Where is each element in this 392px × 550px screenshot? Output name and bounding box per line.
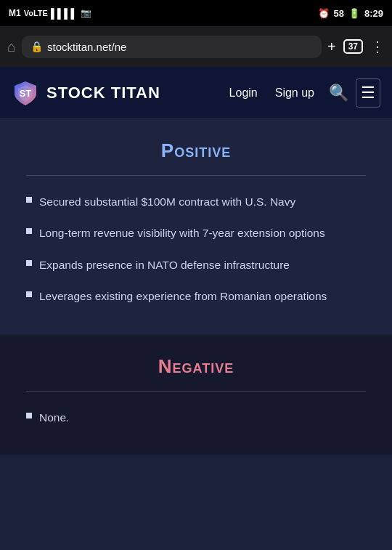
browser-actions: + 37 ⋮ bbox=[327, 38, 385, 55]
bullet-icon bbox=[26, 228, 32, 234]
home-button[interactable]: ⌂ bbox=[7, 39, 16, 55]
bullet-icon bbox=[26, 197, 32, 203]
list-item: Secured substantial $100M contract with … bbox=[26, 193, 366, 210]
network-label: VoLTE bbox=[24, 9, 48, 17]
battery-level: 58 bbox=[334, 8, 344, 19]
negative-divider bbox=[26, 391, 366, 392]
positive-item-3: Expands presence in NATO defense infrast… bbox=[39, 256, 290, 273]
login-link[interactable]: Login bbox=[222, 82, 265, 104]
positive-section: Positive Secured substantial $100M contr… bbox=[0, 119, 392, 333]
status-right: ⏰ 58 🔋 8:29 bbox=[318, 8, 384, 19]
main-content: Positive Secured substantial $100M contr… bbox=[0, 119, 392, 455]
bullet-icon bbox=[26, 260, 32, 266]
time-display: 8:29 bbox=[364, 8, 383, 19]
url-bar[interactable]: 🔒 stocktitan.net/ne bbox=[22, 36, 322, 58]
brand-name: STOCK TITAN bbox=[46, 84, 160, 102]
positive-divider bbox=[26, 175, 366, 176]
negative-item-1: None. bbox=[39, 409, 69, 426]
new-tab-button[interactable]: + bbox=[327, 39, 336, 55]
list-item: Long-term revenue visibility with 7-year… bbox=[26, 225, 366, 241]
bullet-icon bbox=[26, 413, 32, 418]
positive-item-4: Leverages existing experience from Roman… bbox=[39, 288, 327, 304]
positive-item-2: Long-term revenue visibility with 7-year… bbox=[39, 225, 325, 241]
list-item: Expands presence in NATO defense infrast… bbox=[26, 256, 366, 273]
negative-list: None. bbox=[26, 409, 366, 426]
menu-button[interactable]: ☰ bbox=[356, 78, 380, 108]
instagram-icon: 📷 bbox=[81, 8, 91, 18]
negative-title: Negative bbox=[26, 355, 366, 378]
list-item: None. bbox=[26, 409, 366, 426]
security-icon: 🔒 bbox=[30, 41, 43, 52]
nav-bar: ST STOCK TITAN Login Sign up 🔍 ☰ bbox=[0, 67, 392, 119]
signal-icon: ▌▌▌▌ bbox=[51, 8, 78, 19]
list-item: Leverages existing experience from Roman… bbox=[26, 288, 366, 304]
logo-area: ST STOCK TITAN bbox=[12, 79, 222, 107]
alarm-icon: ⏰ bbox=[318, 8, 330, 19]
search-button[interactable]: 🔍 bbox=[324, 79, 353, 107]
nav-links: Login Sign up 🔍 ☰ bbox=[222, 78, 380, 108]
carrier-info: M1 VoLTE ▌▌▌▌ 📷 bbox=[9, 8, 91, 19]
battery-icon: 🔋 bbox=[348, 8, 360, 19]
carrier-label: M1 bbox=[9, 8, 21, 18]
browser-bar: ⌂ 🔒 stocktitan.net/ne + 37 ⋮ bbox=[0, 26, 392, 67]
tabs-count-button[interactable]: 37 bbox=[343, 39, 363, 54]
positive-item-1: Secured substantial $100M contract with … bbox=[39, 193, 295, 210]
negative-section: Negative None. bbox=[0, 335, 392, 455]
logo-icon: ST bbox=[12, 79, 39, 107]
status-bar: M1 VoLTE ▌▌▌▌ 📷 ⏰ 58 🔋 8:29 bbox=[0, 0, 392, 26]
url-text: stocktitan.net/ne bbox=[47, 41, 126, 53]
svg-text:ST: ST bbox=[20, 88, 32, 99]
bullet-icon bbox=[26, 291, 32, 297]
positive-title: Positive bbox=[26, 139, 366, 162]
browser-menu-button[interactable]: ⋮ bbox=[370, 38, 385, 55]
signup-link[interactable]: Sign up bbox=[268, 82, 322, 104]
positive-list: Secured substantial $100M contract with … bbox=[26, 193, 366, 304]
